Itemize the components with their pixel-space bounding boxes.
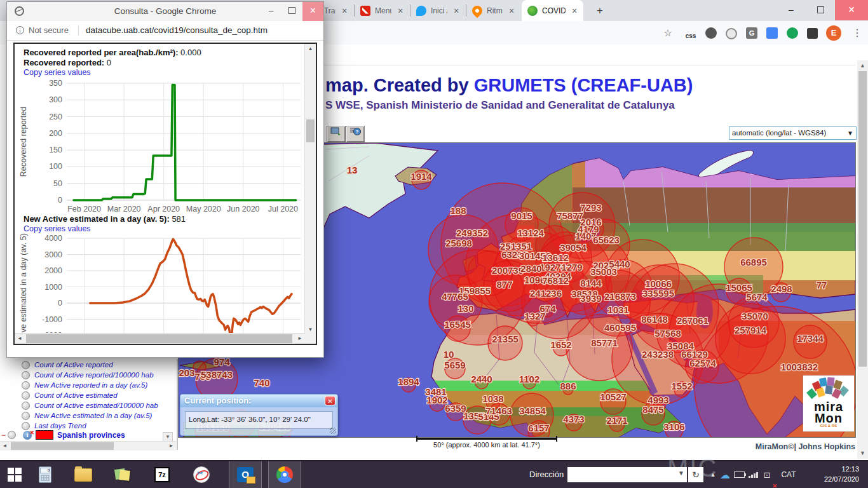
page-vertical-scrollbar[interactable]: ▲ ▼ [857,60,868,459]
extension-icon[interactable] [787,27,798,39]
start-button[interactable] [0,461,29,488]
radio-icon[interactable] [22,361,30,369]
covid-bubble-label: 86148 [641,314,668,325]
scroll-up-icon[interactable]: ▲ [857,60,868,71]
covid-bubble-label: 47765 [442,291,468,302]
sidebar-item-active-estimated[interactable]: Count of Active estimated [22,390,118,400]
tab-close-icon[interactable]: ✕ [395,6,405,16]
sidebar-item-active-reported-100k[interactable]: Count of Active reported/100000 hab [22,370,154,380]
copy-series-link[interactable]: Copy series values [24,68,91,77]
extension-icon[interactable] [766,27,778,39]
tab-menu[interactable]: Menú: 31ª sem ✕ [355,0,409,21]
miramon-logo[interactable]: mira Mon GIS & RS [803,376,854,431]
tab-close-icon[interactable]: ✕ [569,6,580,16]
popup-horizontal-scrollbar[interactable]: ◄ ► [15,333,305,344]
info-icon[interactable]: i✕ [23,431,32,440]
scroll-right-icon[interactable]: ► [166,442,176,451]
window-minimize-button[interactable]: – [776,0,806,20]
popup-urlbar[interactable]: i Not secure datacube.uab.cat/covid19/co… [7,21,323,41]
grumets-link[interactable]: GRUMETS (CREAF-UAB) [474,75,693,95]
url-text[interactable]: datacube.uab.cat/covid19/consulta_de_cop… [86,21,268,40]
popup-close-button[interactable]: ✕ [302,2,323,21]
css-extension-icon[interactable]: css [684,29,698,43]
radio-icon[interactable] [22,412,30,420]
not-secure-label[interactable]: Not secure [29,21,69,40]
collapse-dash-icon[interactable]: − [1,431,6,440]
scroll-right-icon[interactable]: ► [295,334,305,344]
covid-bubble-label: 200739 [492,265,524,276]
tab-covid-active[interactable]: COVID-19 Glo ✕ [522,0,583,21]
sidebar-item-label: New Active reported in a day (av.5) [34,381,147,389]
tab-close-icon[interactable]: ✕ [506,6,517,16]
sidebar-layer-label: Spanish provinces [57,431,125,440]
battery-icon[interactable] [732,461,746,488]
taskbar-sticky-notes[interactable] [108,461,137,488]
signal-bars-icon[interactable] [746,461,760,488]
current-position-titlebar[interactable]: Current position: [180,395,337,407]
new-tab-button[interactable]: + [591,0,609,21]
tray-hidden-icons-button[interactable]: ▲ [707,461,719,488]
virus-icon [527,6,538,16]
svg-text:Jul 2020: Jul 2020 [268,205,298,214]
popup-titlebar[interactable]: Consulta - Google Chrome – ✕ [7,2,323,22]
profile-avatar[interactable]: E [826,25,841,41]
projection-dropdown[interactable]: automatic (long/lat - WGS84) ▼ [729,126,857,140]
copy-series-link[interactable]: Copy series values [24,224,91,233]
taskbar-clock[interactable]: 12:13 22/07/2020 [815,464,859,484]
extensions-puzzle-icon[interactable] [807,28,818,39]
extension-icon[interactable] [705,27,717,39]
scroll-left-icon[interactable]: ◄ [15,334,25,344]
extension-icon[interactable] [726,28,737,39]
address-input[interactable]: ▼ [567,467,687,482]
onedrive-cloud-icon[interactable]: ☁ [718,461,732,488]
network-disconnected-icon[interactable]: ⊡ [760,461,774,488]
sidebar-item-active-reported[interactable]: Count of Active reported [22,360,113,370]
scrollbar-thumb[interactable] [11,442,114,450]
sidebar-layer-spanish-provinces[interactable]: − i✕ Spanish provinces [1,430,125,440]
language-indicator[interactable]: CAT [778,461,799,488]
tab-close-icon[interactable]: ✕ [339,6,349,16]
scroll-left-icon[interactable]: ◄ [0,442,10,451]
taskbar-chrome[interactable] [268,461,301,488]
consulta-popup-window[interactable]: Consulta - Google Chrome – ✕ i Not secur… [6,1,324,358]
info-icon[interactable]: i [16,26,24,34]
radio-icon[interactable] [8,431,16,439]
radio-icon[interactable] [22,422,30,430]
tab-ritmenatura[interactable]: RitmeNatura.c ✕ [466,0,520,21]
print-map-button[interactable] [327,126,346,142]
radio-icon[interactable] [22,402,30,410]
extension-icon[interactable]: G [746,27,757,39]
chevron-down-icon[interactable]: ▼ [678,470,684,477]
radio-icon[interactable] [22,391,30,400]
taskbar-snipping-tool[interactable] [187,461,216,488]
window-close-button[interactable]: ✕ [835,0,868,20]
taskbar-calculator[interactable] [31,461,60,488]
taskbar-file-explorer[interactable] [69,461,98,488]
radio-icon[interactable] [22,371,30,379]
radio-icon[interactable] [22,381,30,390]
browser-menu-icon[interactable]: ⋮ [850,26,864,40]
bookmark-star-icon[interactable]: ☆ [661,26,675,40]
close-icon[interactable]: ✕ [325,396,336,405]
scrollbar-thumb[interactable] [858,71,867,367]
taskbar-outlook[interactable]: O [229,461,262,488]
tab-twitter[interactable]: Inici / Twitter ✕ [410,0,465,21]
sidebar-item-active-estimated-100k[interactable]: Count of Active estimated/100000 hab [22,400,158,410]
popup-maximize-button[interactable] [281,2,302,21]
taskbar-7zip[interactable]: 7z [147,461,177,488]
window-restore-button[interactable] [806,0,835,20]
address-go-button[interactable]: ↻ [688,467,703,482]
sidebar-item-new-active-estimated[interactable]: New Active estimated in a day (av.5) [22,410,152,421]
help-button[interactable]: ? [346,126,365,142]
sidebar-horizontal-scrollbar[interactable]: ◄ ► [0,441,176,451]
sidebar-item-new-active-reported[interactable]: New Active reported in a day (av.5) [22,380,147,390]
scrollbar-thumb[interactable] [26,334,292,343]
resize-handle[interactable] [330,428,336,434]
scroll-down-icon[interactable]: ▼ [857,448,868,459]
current-position-dialog[interactable]: Current position: ✕ Long,Lat: -33° 36' 3… [180,394,338,436]
scrollbar-thumb[interactable] [306,119,315,142]
popup-minimize-button[interactable]: – [261,2,281,21]
popup-vertical-scrollbar[interactable]: ▲ ▼ [304,44,316,335]
scroll-up-icon[interactable]: ▲ [305,44,316,54]
tab-close-icon[interactable]: ✕ [451,6,461,16]
